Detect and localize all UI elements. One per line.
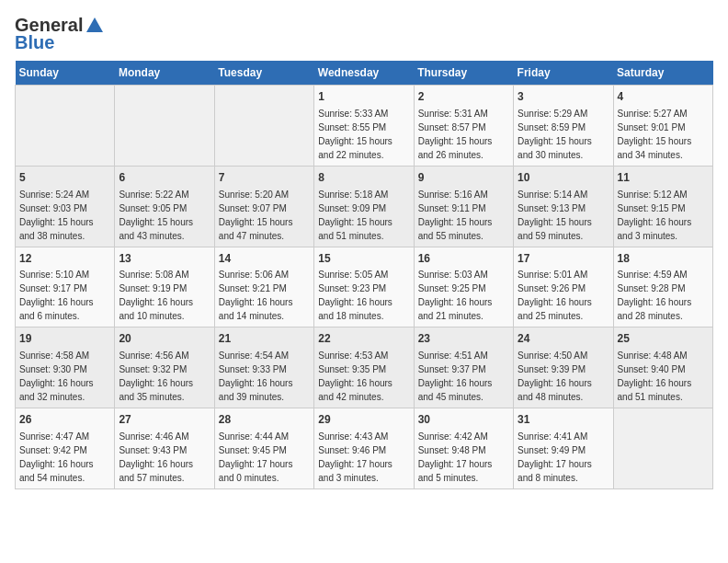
- calendar-header-row: SundayMondayTuesdayWednesdayThursdayFrid…: [16, 61, 713, 86]
- calendar-cell: 7Sunrise: 5:20 AM Sunset: 9:07 PM Daylig…: [214, 166, 313, 247]
- cell-content: Sunrise: 5:20 AM Sunset: 9:07 PM Dayligh…: [219, 190, 293, 241]
- day-number: 7: [219, 170, 310, 186]
- day-number: 22: [318, 331, 409, 347]
- day-number: 26: [19, 412, 110, 428]
- cell-content: Sunrise: 4:48 AM Sunset: 9:40 PM Dayligh…: [618, 350, 692, 402]
- calendar-cell: [16, 86, 115, 167]
- cell-content: Sunrise: 5:03 AM Sunset: 9:25 PM Dayligh…: [418, 270, 493, 321]
- page-header: General Blue: [15, 15, 713, 53]
- calendar-cell: 26Sunrise: 4:47 AM Sunset: 9:42 PM Dayli…: [16, 408, 115, 489]
- cell-content: Sunrise: 4:44 AM Sunset: 9:45 PM Dayligh…: [219, 431, 293, 483]
- cell-content: Sunrise: 4:50 AM Sunset: 9:39 PM Dayligh…: [518, 350, 592, 402]
- cell-content: Sunrise: 5:16 AM Sunset: 9:11 PM Dayligh…: [418, 190, 493, 241]
- calendar-cell: 17Sunrise: 5:01 AM Sunset: 9:26 PM Dayli…: [514, 247, 613, 327]
- cell-content: Sunrise: 5:24 AM Sunset: 9:03 PM Dayligh…: [19, 190, 94, 241]
- cell-content: Sunrise: 5:18 AM Sunset: 9:09 PM Dayligh…: [318, 190, 392, 241]
- calendar-cell: 4Sunrise: 5:27 AM Sunset: 9:01 PM Daylig…: [613, 86, 712, 167]
- header-day-thursday: Thursday: [414, 61, 513, 86]
- day-number: 31: [518, 412, 609, 428]
- day-number: 21: [219, 331, 310, 347]
- calendar-cell: [115, 86, 214, 167]
- calendar-cell: [214, 86, 313, 167]
- day-number: 24: [518, 331, 609, 347]
- cell-content: Sunrise: 4:46 AM Sunset: 9:43 PM Dayligh…: [119, 431, 193, 483]
- calendar-cell: [613, 408, 712, 489]
- calendar-cell: 19Sunrise: 4:58 AM Sunset: 9:30 PM Dayli…: [16, 327, 115, 408]
- calendar-cell: 30Sunrise: 4:42 AM Sunset: 9:48 PM Dayli…: [414, 408, 513, 489]
- day-number: 1: [318, 89, 409, 105]
- day-number: 8: [318, 170, 409, 186]
- calendar-cell: 8Sunrise: 5:18 AM Sunset: 9:09 PM Daylig…: [314, 166, 414, 247]
- day-number: 13: [119, 251, 210, 267]
- calendar-cell: 28Sunrise: 4:44 AM Sunset: 9:45 PM Dayli…: [214, 408, 313, 489]
- cell-content: Sunrise: 5:27 AM Sunset: 9:01 PM Dayligh…: [618, 109, 692, 160]
- logo: General Blue: [15, 15, 105, 53]
- calendar-cell: 13Sunrise: 5:08 AM Sunset: 9:19 PM Dayli…: [115, 247, 214, 327]
- calendar-cell: 1Sunrise: 5:33 AM Sunset: 8:55 PM Daylig…: [314, 86, 414, 167]
- day-number: 6: [119, 170, 210, 186]
- calendar-cell: 9Sunrise: 5:16 AM Sunset: 9:11 PM Daylig…: [414, 166, 513, 247]
- day-number: 29: [318, 412, 409, 428]
- day-number: 19: [19, 331, 110, 347]
- day-number: 30: [418, 412, 509, 428]
- calendar-cell: 14Sunrise: 5:06 AM Sunset: 9:21 PM Dayli…: [214, 247, 313, 327]
- header-day-wednesday: Wednesday: [314, 61, 414, 86]
- day-number: 27: [119, 412, 210, 428]
- calendar-week-5: 26Sunrise: 4:47 AM Sunset: 9:42 PM Dayli…: [16, 408, 713, 489]
- day-number: 10: [518, 170, 609, 186]
- header-day-monday: Monday: [115, 61, 214, 86]
- calendar-week-4: 19Sunrise: 4:58 AM Sunset: 9:30 PM Dayli…: [16, 327, 713, 408]
- day-number: 4: [618, 89, 709, 105]
- day-number: 3: [518, 89, 609, 105]
- calendar-cell: 6Sunrise: 5:22 AM Sunset: 9:05 PM Daylig…: [115, 166, 214, 247]
- cell-content: Sunrise: 5:10 AM Sunset: 9:17 PM Dayligh…: [19, 270, 94, 321]
- calendar-week-1: 1Sunrise: 5:33 AM Sunset: 8:55 PM Daylig…: [16, 86, 713, 167]
- cell-content: Sunrise: 5:22 AM Sunset: 9:05 PM Dayligh…: [119, 190, 193, 241]
- day-number: 17: [518, 251, 609, 267]
- cell-content: Sunrise: 4:59 AM Sunset: 9:28 PM Dayligh…: [618, 270, 692, 321]
- calendar-cell: 20Sunrise: 4:56 AM Sunset: 9:32 PM Dayli…: [115, 327, 214, 408]
- day-number: 18: [618, 251, 709, 267]
- calendar-cell: 18Sunrise: 4:59 AM Sunset: 9:28 PM Dayli…: [613, 247, 712, 327]
- cell-content: Sunrise: 4:53 AM Sunset: 9:35 PM Dayligh…: [318, 350, 392, 402]
- calendar-table: SundayMondayTuesdayWednesdayThursdayFrid…: [15, 61, 713, 489]
- svg-marker-0: [86, 17, 103, 32]
- cell-content: Sunrise: 5:06 AM Sunset: 9:21 PM Dayligh…: [219, 270, 293, 321]
- header-day-sunday: Sunday: [16, 61, 115, 86]
- day-number: 9: [418, 170, 509, 186]
- calendar-cell: 16Sunrise: 5:03 AM Sunset: 9:25 PM Dayli…: [414, 247, 513, 327]
- calendar-week-2: 5Sunrise: 5:24 AM Sunset: 9:03 PM Daylig…: [16, 166, 713, 247]
- cell-content: Sunrise: 5:08 AM Sunset: 9:19 PM Dayligh…: [119, 270, 193, 321]
- day-number: 11: [618, 170, 709, 186]
- calendar-cell: 22Sunrise: 4:53 AM Sunset: 9:35 PM Dayli…: [314, 327, 414, 408]
- calendar-cell: 12Sunrise: 5:10 AM Sunset: 9:17 PM Dayli…: [16, 247, 115, 327]
- calendar-cell: 31Sunrise: 4:41 AM Sunset: 9:49 PM Dayli…: [514, 408, 613, 489]
- calendar-cell: 29Sunrise: 4:43 AM Sunset: 9:46 PM Dayli…: [314, 408, 414, 489]
- calendar-cell: 23Sunrise: 4:51 AM Sunset: 9:37 PM Dayli…: [414, 327, 513, 408]
- cell-content: Sunrise: 4:56 AM Sunset: 9:32 PM Dayligh…: [119, 350, 193, 402]
- calendar-cell: 2Sunrise: 5:31 AM Sunset: 8:57 PM Daylig…: [414, 86, 513, 167]
- calendar-cell: 21Sunrise: 4:54 AM Sunset: 9:33 PM Dayli…: [214, 327, 313, 408]
- calendar-cell: 24Sunrise: 4:50 AM Sunset: 9:39 PM Dayli…: [514, 327, 613, 408]
- cell-content: Sunrise: 5:14 AM Sunset: 9:13 PM Dayligh…: [518, 190, 592, 241]
- cell-content: Sunrise: 5:12 AM Sunset: 9:15 PM Dayligh…: [618, 190, 692, 241]
- cell-content: Sunrise: 4:42 AM Sunset: 9:48 PM Dayligh…: [418, 431, 493, 483]
- day-number: 20: [119, 331, 210, 347]
- cell-content: Sunrise: 4:58 AM Sunset: 9:30 PM Dayligh…: [19, 350, 94, 402]
- calendar-cell: 25Sunrise: 4:48 AM Sunset: 9:40 PM Dayli…: [613, 327, 712, 408]
- cell-content: Sunrise: 4:54 AM Sunset: 9:33 PM Dayligh…: [219, 350, 293, 402]
- header-day-saturday: Saturday: [613, 61, 712, 86]
- cell-content: Sunrise: 4:47 AM Sunset: 9:42 PM Dayligh…: [19, 431, 94, 483]
- cell-content: Sunrise: 5:01 AM Sunset: 9:26 PM Dayligh…: [518, 270, 592, 321]
- calendar-cell: 15Sunrise: 5:05 AM Sunset: 9:23 PM Dayli…: [314, 247, 414, 327]
- day-number: 5: [19, 170, 110, 186]
- day-number: 25: [618, 331, 709, 347]
- header-day-tuesday: Tuesday: [214, 61, 313, 86]
- logo-blue: Blue: [15, 32, 54, 53]
- cell-content: Sunrise: 5:29 AM Sunset: 8:59 PM Dayligh…: [518, 109, 592, 160]
- cell-content: Sunrise: 5:33 AM Sunset: 8:55 PM Dayligh…: [318, 109, 392, 160]
- day-number: 2: [418, 89, 509, 105]
- calendar-cell: 10Sunrise: 5:14 AM Sunset: 9:13 PM Dayli…: [514, 166, 613, 247]
- cell-content: Sunrise: 5:05 AM Sunset: 9:23 PM Dayligh…: [318, 270, 392, 321]
- calendar-cell: 11Sunrise: 5:12 AM Sunset: 9:15 PM Dayli…: [613, 166, 712, 247]
